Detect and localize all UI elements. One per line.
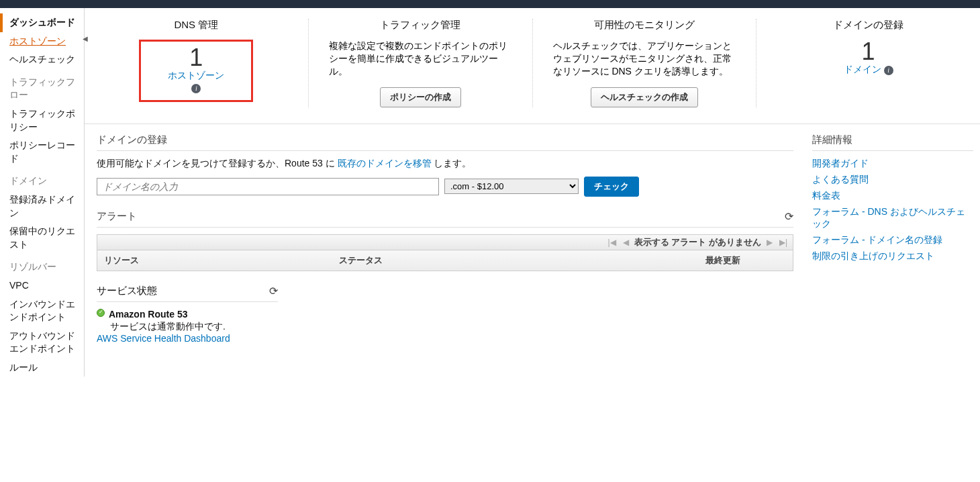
nav-hosted-zones[interactable]: ホストゾーン — [0, 32, 84, 51]
nav-header-resolver: リゾルバー — [0, 258, 84, 277]
nav-dashboard[interactable]: ダッシュボード — [0, 13, 84, 32]
alerts-col-status: ステータス — [332, 250, 699, 271]
service-health-heading: サービス状態 — [97, 285, 157, 297]
status-ok-icon — [97, 309, 105, 317]
create-policy-button[interactable]: ポリシーの作成 — [380, 87, 461, 107]
page-prev-icon[interactable]: ◀ — [622, 238, 630, 247]
nav-traffic-policies[interactable]: トラフィックポリシー — [0, 105, 84, 136]
nav-inbound-endpoints[interactable]: インバウンドエンドポイント — [0, 295, 84, 327]
card-domain-title: ドメインの登録 — [777, 19, 960, 32]
hosted-zone-link[interactable]: ホストゾーン — [168, 70, 224, 82]
nav-outbound-endpoints[interactable]: アウトバウンドエンドポイント — [0, 327, 84, 358]
register-domain-heading-text: ドメインの登録 — [97, 134, 167, 146]
check-domain-button[interactable]: チェック — [584, 177, 639, 197]
info-link-pricing[interactable]: 料金表 — [812, 190, 840, 201]
nav-header-domains: ドメイン — [0, 172, 84, 191]
card-traffic-title: トラフィック管理 — [329, 19, 512, 32]
highlight-hosted-zone-box: 1 ホストゾーン i — [139, 40, 253, 102]
service-health-section: サービス状態 Amazon Route 53 サービスは通常動作中です. AWS… — [97, 285, 278, 344]
refresh-icon[interactable] — [269, 285, 278, 297]
info-panel: 詳細情報 開発者ガイド よくある質問 料金表 フォーラム - DNS およびヘル… — [805, 124, 980, 344]
refresh-icon[interactable] — [785, 210, 793, 223]
nav-header-traffic-flow: トラフィックフロー — [0, 73, 84, 105]
info-link-forum-domains[interactable]: フォーラム - ドメイン名の登録 — [812, 234, 942, 245]
register-desc-post: します。 — [432, 158, 472, 168]
info-heading: 詳細情報 — [812, 134, 852, 146]
card-domain-registration: ドメインの登録 1 ドメイン i — [756, 19, 980, 107]
summary-cards-row: DNS 管理 1 ホストゾーン i トラフィック管理 複雑な設定で複数のエンドポ… — [85, 13, 980, 124]
register-desc-pre: 使用可能なドメインを見つけて登録するか、Route 53 に — [97, 158, 338, 168]
transfer-domain-link[interactable]: 既存のドメインを移管 — [338, 158, 432, 168]
domain-link[interactable]: ドメイン — [844, 64, 881, 75]
info-link-forum-dns[interactable]: フォーラム - DNS およびヘルスチェック — [812, 206, 965, 229]
card-dns-title: DNS 管理 — [105, 19, 288, 32]
alerts-heading-text: アラート — [97, 210, 137, 223]
nav-registered-domains[interactable]: 登録済みドメイン — [0, 191, 84, 222]
card-traffic-desc: 複雑な設定で複数のエンドポイントのポリシーを簡単に作成できるビジュアルツール。 — [329, 40, 512, 78]
center-column: ドメインの登録 使用可能なドメインを見つけて登録するか、Route 53 に 既… — [85, 124, 805, 344]
alerts-col-updated: 最終更新 — [699, 250, 793, 271]
register-desc: 使用可能なドメインを見つけて登録するか、Route 53 に 既存のドメインを移… — [97, 158, 793, 170]
tld-select[interactable]: .com - $12.00 — [444, 179, 579, 194]
create-health-check-button[interactable]: ヘルスチェックの作成 — [591, 87, 698, 107]
top-bar — [0, 0, 980, 8]
main-content: DNS 管理 1 ホストゾーン i トラフィック管理 複雑な設定で複数のエンドポ… — [85, 8, 980, 377]
alerts-pagination: |◀ ◀ 表示する アラート がありません ▶ ▶| — [97, 234, 793, 250]
service-status-text: サービスは通常動作中です. — [97, 321, 278, 333]
nav-health-checks[interactable]: ヘルスチェック — [0, 50, 84, 69]
page-next-icon[interactable]: ▶ — [765, 238, 774, 247]
service-health-dashboard-link[interactable]: AWS Service Health Dashboard — [97, 333, 230, 344]
info-link-limit-increase[interactable]: 制限の引き上げのリクエスト — [812, 250, 934, 261]
domain-count: 1 — [862, 40, 875, 64]
info-link-developer-guide[interactable]: 開発者ガイド — [812, 158, 869, 168]
alerts-col-resource: リソース — [97, 250, 332, 271]
alerts-empty-message: 表示する アラート がありません — [634, 236, 761, 248]
page-first-icon[interactable]: |◀ — [607, 238, 618, 247]
sidebar: ◀ ダッシュボード ホストゾーン ヘルスチェック トラフィックフロー トラフィッ… — [0, 8, 85, 377]
nav-vpc[interactable]: VPC — [0, 277, 84, 295]
card-availability-monitoring: 可用性のモニタリング ヘルスチェックでは、アプリケーションとウェブリソースがモニ… — [533, 19, 757, 107]
nav-rules[interactable]: ルール — [0, 358, 84, 377]
service-name: Amazon Route 53 — [109, 309, 187, 320]
domain-name-input[interactable] — [97, 178, 439, 195]
nav-policy-records[interactable]: ポリシーレコード — [0, 136, 84, 168]
nav-pending-requests[interactable]: 保留中のリクエスト — [0, 222, 84, 254]
card-avail-desc: ヘルスチェックでは、アプリケーションとウェブリソースがモニタリングされ、正常なリ… — [553, 40, 736, 78]
card-avail-title: 可用性のモニタリング — [553, 19, 736, 32]
page-last-icon[interactable]: ▶| — [778, 238, 789, 247]
info-icon[interactable]: i — [884, 66, 893, 75]
hosted-zone-count: 1 — [168, 46, 224, 70]
info-icon[interactable]: i — [191, 84, 201, 93]
register-domain-heading: ドメインの登録 — [97, 134, 793, 151]
card-dns-management: DNS 管理 1 ホストゾーン i — [85, 19, 309, 107]
info-link-faq[interactable]: よくある質問 — [812, 174, 869, 185]
card-traffic-management: トラフィック管理 複雑な設定で複数のエンドポイントのポリシーを簡単に作成できるビ… — [309, 19, 533, 107]
alerts-heading: アラート — [97, 210, 793, 228]
alerts-table: |◀ ◀ 表示する アラート がありません ▶ ▶| リソース ステータス 最終… — [97, 234, 793, 271]
